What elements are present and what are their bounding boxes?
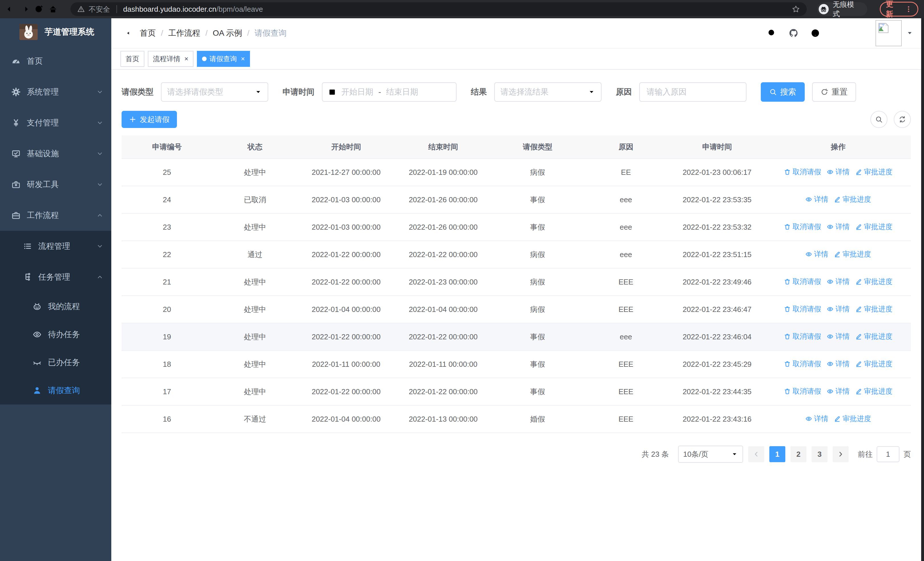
avatar[interactable] <box>876 20 902 46</box>
sidebar-item-workflow[interactable]: 工作流程 <box>0 200 111 231</box>
result-select[interactable]: 请选择流结果 <box>494 82 602 102</box>
detail-link[interactable]: 详情 <box>827 304 849 314</box>
create-leave-button[interactable]: 发起请假 <box>122 111 177 128</box>
cancel-leave-link[interactable]: 取消请假 <box>784 304 821 314</box>
cancel-leave-link[interactable]: 取消请假 <box>784 359 821 368</box>
detail-link[interactable]: 详情 <box>827 387 849 396</box>
caret-down-icon[interactable] <box>907 30 913 36</box>
leave-type-select[interactable]: 请选择请假类型 <box>161 82 268 102</box>
sidebar-item-task-mgmt[interactable]: 任务管理 <box>0 262 111 292</box>
detail-link[interactable]: 详情 <box>805 414 828 423</box>
cell-actions: 详情审批进度 <box>766 186 911 214</box>
incognito-badge: 无痕模式 <box>817 2 867 16</box>
sidebar-item-my-process[interactable]: 我的流程 <box>0 292 111 320</box>
back-icon[interactable] <box>6 4 15 14</box>
sidebar-item-process-mgmt[interactable]: 流程管理 <box>0 231 111 262</box>
bookmark-star-icon[interactable] <box>792 5 800 13</box>
cell-status: 处理中 <box>212 350 298 378</box>
sidebar-item-todo-tasks[interactable]: 待办任务 <box>0 320 111 349</box>
cancel-leave-link[interactable]: 取消请假 <box>784 167 821 176</box>
total-count: 共 23 条 <box>642 449 669 459</box>
pagination: 共 23 条 10条/页 123 前往 页 <box>122 445 911 463</box>
font-size-icon[interactable] <box>854 28 864 38</box>
fullscreen-icon[interactable] <box>832 28 842 38</box>
approval-progress-link[interactable]: 审批进度 <box>834 414 871 423</box>
cell-id: 23 <box>122 214 212 241</box>
url-text: dashboard.yudao.iocoder.cn/bpm/oa/leave <box>123 5 263 14</box>
search-button[interactable]: 搜索 <box>761 82 805 102</box>
detail-link[interactable]: 详情 <box>827 332 849 341</box>
cell-status: 处理中 <box>212 323 298 350</box>
apply-time-range-picker[interactable]: 开始日期 - 结束日期 <box>322 82 457 102</box>
breadcrumb-oa-example[interactable]: OA 示例 <box>213 28 242 39</box>
approval-progress-link[interactable]: 审批进度 <box>855 222 892 232</box>
detail-link[interactable]: 详情 <box>805 250 828 259</box>
address-bar[interactable]: 不安全 dashboard.yudao.iocoder.cn/bpm/oa/le… <box>70 2 807 16</box>
reason-input[interactable] <box>639 82 747 102</box>
sidebar-item-system[interactable]: 系统管理 <box>0 77 111 107</box>
help-icon[interactable] <box>810 28 820 38</box>
search-icon <box>875 116 883 123</box>
search-icon[interactable] <box>767 28 777 38</box>
tag-请假查询[interactable]: 请假查询× <box>197 51 250 67</box>
tag-流程详情[interactable]: 流程详情× <box>148 51 194 67</box>
goto-page-input[interactable] <box>877 446 900 462</box>
cell-reason: EE <box>583 158 669 186</box>
search-icon <box>770 88 777 96</box>
approval-progress-link[interactable]: 审批进度 <box>855 332 892 341</box>
page-size-select[interactable]: 10条/页 <box>678 445 743 463</box>
refresh-table-button[interactable] <box>894 111 911 128</box>
kebab-menu-icon[interactable] <box>905 5 912 13</box>
plus-icon <box>129 116 136 123</box>
next-page-button[interactable] <box>832 446 849 462</box>
reset-button[interactable]: 重置 <box>812 82 856 102</box>
breadcrumb-home[interactable]: 首页 <box>140 28 156 39</box>
monitor-icon <box>11 149 21 158</box>
sidebar-item-devtools[interactable]: 研发工具 <box>0 169 111 200</box>
pen-icon <box>834 251 841 258</box>
app-logo[interactable]: 芋道管理系统 <box>0 18 111 46</box>
cancel-leave-link[interactable]: 取消请假 <box>784 222 821 232</box>
sidebar-item-done-tasks[interactable]: 已办任务 <box>0 349 111 376</box>
sidebar-item-payment[interactable]: 支付管理 <box>0 107 111 138</box>
approval-progress-link[interactable]: 审批进度 <box>855 359 892 368</box>
detail-link[interactable]: 详情 <box>827 167 849 176</box>
sidebar-item-home[interactable]: 首页 <box>0 46 111 77</box>
approval-progress-link[interactable]: 审批进度 <box>834 194 871 204</box>
reload-icon[interactable] <box>34 4 44 14</box>
toggle-search-button[interactable] <box>870 111 888 128</box>
sidebar-item-infrastructure[interactable]: 基础设施 <box>0 138 111 169</box>
forward-icon[interactable] <box>20 4 30 14</box>
detail-link[interactable]: 详情 <box>827 277 849 286</box>
sidebar-item-leave-query[interactable]: 请假查询 <box>0 376 111 405</box>
browser-update-button[interactable]: 更新 <box>880 2 918 17</box>
breadcrumb-workflow[interactable]: 工作流程 <box>168 28 200 39</box>
cancel-leave-link[interactable]: 取消请假 <box>784 332 821 341</box>
collapse-sidebar-icon[interactable] <box>120 28 131 39</box>
approval-progress-link[interactable]: 审批进度 <box>855 167 892 176</box>
home-icon[interactable] <box>48 4 58 14</box>
cancel-leave-link[interactable]: 取消请假 <box>784 387 821 396</box>
page-button-1[interactable]: 1 <box>770 446 785 462</box>
pen-icon <box>834 415 841 422</box>
approval-progress-link[interactable]: 审批进度 <box>834 250 871 259</box>
github-icon[interactable] <box>789 28 798 38</box>
top-header: 首页 / 工作流程 / OA 示例 / 请假查询 <box>111 18 921 48</box>
prev-page-button[interactable] <box>748 446 764 462</box>
cell-status: 已取消 <box>212 186 298 214</box>
cell-actions: 详情审批进度 <box>766 405 911 433</box>
start-date-placeholder: 开始日期 <box>341 87 373 98</box>
approval-progress-link[interactable]: 审批进度 <box>855 387 892 396</box>
page-button-3[interactable]: 3 <box>812 446 828 462</box>
cell-leave-type: 病假 <box>492 268 583 296</box>
close-icon[interactable]: × <box>241 56 245 62</box>
close-icon[interactable]: × <box>184 56 188 62</box>
cancel-leave-link[interactable]: 取消请假 <box>784 277 821 286</box>
detail-link[interactable]: 详情 <box>805 194 828 204</box>
tag-首页[interactable]: 首页 <box>120 51 144 67</box>
approval-progress-link[interactable]: 审批进度 <box>855 304 892 314</box>
page-button-2[interactable]: 2 <box>790 446 806 462</box>
approval-progress-link[interactable]: 审批进度 <box>855 277 892 286</box>
detail-link[interactable]: 详情 <box>827 359 849 368</box>
detail-link[interactable]: 详情 <box>827 222 849 232</box>
